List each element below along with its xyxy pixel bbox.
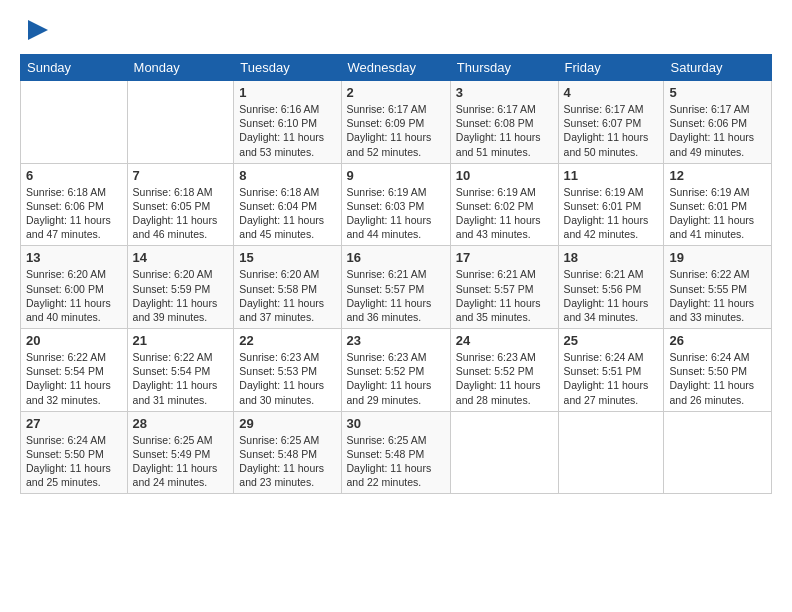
table-row bbox=[664, 411, 772, 494]
day-number: 4 bbox=[564, 85, 659, 100]
col-tuesday: Tuesday bbox=[234, 55, 341, 81]
day-info: Sunrise: 6:25 AMSunset: 5:48 PMDaylight:… bbox=[239, 433, 335, 490]
day-number: 6 bbox=[26, 168, 122, 183]
day-number: 13 bbox=[26, 250, 122, 265]
table-row: 10Sunrise: 6:19 AMSunset: 6:02 PMDayligh… bbox=[450, 163, 558, 246]
day-number: 23 bbox=[347, 333, 445, 348]
day-number: 1 bbox=[239, 85, 335, 100]
table-row: 23Sunrise: 6:23 AMSunset: 5:52 PMDayligh… bbox=[341, 329, 450, 412]
table-row bbox=[127, 81, 234, 164]
table-row: 12Sunrise: 6:19 AMSunset: 6:01 PMDayligh… bbox=[664, 163, 772, 246]
day-number: 25 bbox=[564, 333, 659, 348]
table-row: 8Sunrise: 6:18 AMSunset: 6:04 PMDaylight… bbox=[234, 163, 341, 246]
col-friday: Friday bbox=[558, 55, 664, 81]
table-row: 9Sunrise: 6:19 AMSunset: 6:03 PMDaylight… bbox=[341, 163, 450, 246]
day-info: Sunrise: 6:25 AMSunset: 5:49 PMDaylight:… bbox=[133, 433, 229, 490]
col-saturday: Saturday bbox=[664, 55, 772, 81]
table-row: 1Sunrise: 6:16 AMSunset: 6:10 PMDaylight… bbox=[234, 81, 341, 164]
logo bbox=[20, 16, 52, 44]
day-number: 21 bbox=[133, 333, 229, 348]
table-row: 7Sunrise: 6:18 AMSunset: 6:05 PMDaylight… bbox=[127, 163, 234, 246]
col-wednesday: Wednesday bbox=[341, 55, 450, 81]
day-info: Sunrise: 6:23 AMSunset: 5:52 PMDaylight:… bbox=[456, 350, 553, 407]
day-number: 2 bbox=[347, 85, 445, 100]
day-number: 30 bbox=[347, 416, 445, 431]
day-number: 15 bbox=[239, 250, 335, 265]
day-info: Sunrise: 6:19 AMSunset: 6:03 PMDaylight:… bbox=[347, 185, 445, 242]
day-info: Sunrise: 6:24 AMSunset: 5:50 PMDaylight:… bbox=[669, 350, 766, 407]
day-info: Sunrise: 6:17 AMSunset: 6:09 PMDaylight:… bbox=[347, 102, 445, 159]
day-info: Sunrise: 6:17 AMSunset: 6:06 PMDaylight:… bbox=[669, 102, 766, 159]
day-number: 14 bbox=[133, 250, 229, 265]
page: Sunday Monday Tuesday Wednesday Thursday… bbox=[0, 0, 792, 612]
table-row: 18Sunrise: 6:21 AMSunset: 5:56 PMDayligh… bbox=[558, 246, 664, 329]
table-row: 11Sunrise: 6:19 AMSunset: 6:01 PMDayligh… bbox=[558, 163, 664, 246]
table-row: 19Sunrise: 6:22 AMSunset: 5:55 PMDayligh… bbox=[664, 246, 772, 329]
day-info: Sunrise: 6:22 AMSunset: 5:55 PMDaylight:… bbox=[669, 267, 766, 324]
table-row: 17Sunrise: 6:21 AMSunset: 5:57 PMDayligh… bbox=[450, 246, 558, 329]
day-info: Sunrise: 6:24 AMSunset: 5:50 PMDaylight:… bbox=[26, 433, 122, 490]
day-info: Sunrise: 6:18 AMSunset: 6:05 PMDaylight:… bbox=[133, 185, 229, 242]
day-info: Sunrise: 6:16 AMSunset: 6:10 PMDaylight:… bbox=[239, 102, 335, 159]
table-row: 3Sunrise: 6:17 AMSunset: 6:08 PMDaylight… bbox=[450, 81, 558, 164]
table-row: 28Sunrise: 6:25 AMSunset: 5:49 PMDayligh… bbox=[127, 411, 234, 494]
day-info: Sunrise: 6:21 AMSunset: 5:56 PMDaylight:… bbox=[564, 267, 659, 324]
calendar-week-row: 20Sunrise: 6:22 AMSunset: 5:54 PMDayligh… bbox=[21, 329, 772, 412]
col-sunday: Sunday bbox=[21, 55, 128, 81]
day-number: 17 bbox=[456, 250, 553, 265]
table-row: 27Sunrise: 6:24 AMSunset: 5:50 PMDayligh… bbox=[21, 411, 128, 494]
day-number: 19 bbox=[669, 250, 766, 265]
day-number: 26 bbox=[669, 333, 766, 348]
day-number: 11 bbox=[564, 168, 659, 183]
table-row: 5Sunrise: 6:17 AMSunset: 6:06 PMDaylight… bbox=[664, 81, 772, 164]
table-row: 20Sunrise: 6:22 AMSunset: 5:54 PMDayligh… bbox=[21, 329, 128, 412]
day-info: Sunrise: 6:18 AMSunset: 6:06 PMDaylight:… bbox=[26, 185, 122, 242]
day-info: Sunrise: 6:23 AMSunset: 5:52 PMDaylight:… bbox=[347, 350, 445, 407]
day-number: 18 bbox=[564, 250, 659, 265]
calendar-week-row: 13Sunrise: 6:20 AMSunset: 6:00 PMDayligh… bbox=[21, 246, 772, 329]
table-row bbox=[21, 81, 128, 164]
day-info: Sunrise: 6:24 AMSunset: 5:51 PMDaylight:… bbox=[564, 350, 659, 407]
day-number: 27 bbox=[26, 416, 122, 431]
day-info: Sunrise: 6:17 AMSunset: 6:08 PMDaylight:… bbox=[456, 102, 553, 159]
day-info: Sunrise: 6:22 AMSunset: 5:54 PMDaylight:… bbox=[26, 350, 122, 407]
table-row: 4Sunrise: 6:17 AMSunset: 6:07 PMDaylight… bbox=[558, 81, 664, 164]
day-info: Sunrise: 6:20 AMSunset: 5:58 PMDaylight:… bbox=[239, 267, 335, 324]
svg-marker-0 bbox=[28, 20, 48, 40]
day-number: 7 bbox=[133, 168, 229, 183]
table-row: 2Sunrise: 6:17 AMSunset: 6:09 PMDaylight… bbox=[341, 81, 450, 164]
table-row: 14Sunrise: 6:20 AMSunset: 5:59 PMDayligh… bbox=[127, 246, 234, 329]
day-number: 12 bbox=[669, 168, 766, 183]
day-info: Sunrise: 6:20 AMSunset: 5:59 PMDaylight:… bbox=[133, 267, 229, 324]
day-info: Sunrise: 6:22 AMSunset: 5:54 PMDaylight:… bbox=[133, 350, 229, 407]
calendar-week-row: 27Sunrise: 6:24 AMSunset: 5:50 PMDayligh… bbox=[21, 411, 772, 494]
table-row: 29Sunrise: 6:25 AMSunset: 5:48 PMDayligh… bbox=[234, 411, 341, 494]
table-row: 13Sunrise: 6:20 AMSunset: 6:00 PMDayligh… bbox=[21, 246, 128, 329]
day-info: Sunrise: 6:19 AMSunset: 6:01 PMDaylight:… bbox=[564, 185, 659, 242]
day-number: 8 bbox=[239, 168, 335, 183]
table-row bbox=[558, 411, 664, 494]
table-row: 21Sunrise: 6:22 AMSunset: 5:54 PMDayligh… bbox=[127, 329, 234, 412]
day-number: 24 bbox=[456, 333, 553, 348]
table-row: 25Sunrise: 6:24 AMSunset: 5:51 PMDayligh… bbox=[558, 329, 664, 412]
calendar-header-row: Sunday Monday Tuesday Wednesday Thursday… bbox=[21, 55, 772, 81]
day-info: Sunrise: 6:17 AMSunset: 6:07 PMDaylight:… bbox=[564, 102, 659, 159]
table-row: 22Sunrise: 6:23 AMSunset: 5:53 PMDayligh… bbox=[234, 329, 341, 412]
table-row bbox=[450, 411, 558, 494]
day-number: 10 bbox=[456, 168, 553, 183]
calendar-week-row: 6Sunrise: 6:18 AMSunset: 6:06 PMDaylight… bbox=[21, 163, 772, 246]
table-row: 6Sunrise: 6:18 AMSunset: 6:06 PMDaylight… bbox=[21, 163, 128, 246]
col-thursday: Thursday bbox=[450, 55, 558, 81]
day-info: Sunrise: 6:18 AMSunset: 6:04 PMDaylight:… bbox=[239, 185, 335, 242]
table-row: 15Sunrise: 6:20 AMSunset: 5:58 PMDayligh… bbox=[234, 246, 341, 329]
table-row: 26Sunrise: 6:24 AMSunset: 5:50 PMDayligh… bbox=[664, 329, 772, 412]
table-row: 30Sunrise: 6:25 AMSunset: 5:48 PMDayligh… bbox=[341, 411, 450, 494]
calendar-table: Sunday Monday Tuesday Wednesday Thursday… bbox=[20, 54, 772, 494]
day-info: Sunrise: 6:21 AMSunset: 5:57 PMDaylight:… bbox=[347, 267, 445, 324]
day-number: 22 bbox=[239, 333, 335, 348]
day-number: 29 bbox=[239, 416, 335, 431]
day-number: 3 bbox=[456, 85, 553, 100]
day-info: Sunrise: 6:19 AMSunset: 6:01 PMDaylight:… bbox=[669, 185, 766, 242]
header bbox=[20, 16, 772, 44]
col-monday: Monday bbox=[127, 55, 234, 81]
